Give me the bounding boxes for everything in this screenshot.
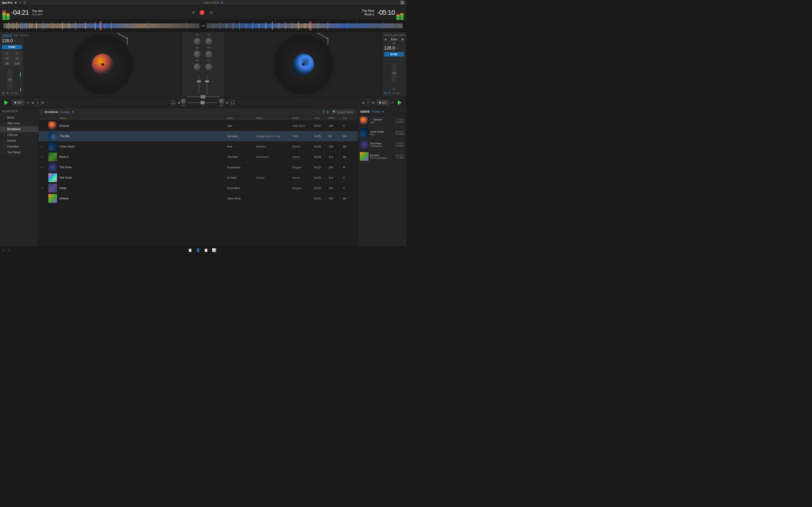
table-row[interactable]: ≡ The Flow Fourtastica Reggae 04:21 149 … — [39, 162, 358, 173]
left-pitch-handle[interactable] — [8, 78, 12, 80]
pad-tab[interactable]: PAD — [13, 34, 19, 37]
knob-eq-low-right[interactable] — [205, 63, 212, 70]
left-nav-prev[interactable]: ◀ — [31, 101, 33, 104]
right-fader-handle[interactable] — [205, 80, 209, 82]
list-icon[interactable]: ☰ — [23, 1, 27, 5]
left-sync-button[interactable]: SYNC — [2, 45, 22, 49]
right-set-button[interactable]: SET — [377, 100, 389, 105]
list-view-icon[interactable]: ☰ — [322, 110, 325, 114]
loop-btn-1-2[interactable]: 1/2 — [12, 56, 22, 61]
sidebar-item-breakbeat[interactable]: ♪ Breakbeat — [0, 126, 39, 132]
knob-eq-mid-left[interactable] — [194, 51, 201, 57]
music-note-icon[interactable]: ♪ — [2, 248, 4, 252]
loop-btn-1-8[interactable]: 1/8 — [2, 61, 12, 66]
pad-tab-right[interactable]: PAD — [394, 34, 399, 36]
knob-eq-high-left[interactable] — [194, 38, 201, 45]
profile-icon[interactable]: 👤 — [196, 248, 200, 252]
record-button[interactable] — [200, 10, 204, 15]
bounce-tab[interactable]: BOUNCE — [2, 34, 13, 37]
right-play-button[interactable] — [396, 99, 404, 107]
left-turntable[interactable] — [75, 37, 131, 92]
left-nav-next[interactable]: ▶ — [42, 101, 44, 104]
col-artist[interactable]: Artist — [227, 117, 256, 119]
table-row[interactable]: ✓ Deep Rock Miles Reggae 03:15 124 C — [39, 183, 358, 193]
queue-item[interactable]: It's time The Fourtastica Gb 03:37 87 BP… — [358, 151, 406, 163]
table-row[interactable]: Groove Joel Indie Rock 02:47 138 C — [39, 121, 358, 131]
right-pitch-slider[interactable] — [392, 63, 397, 83]
center-crossfader[interactable] — [188, 102, 217, 103]
apps-grid-icon[interactable] — [401, 1, 404, 4]
share-icon[interactable]: 📋 — [204, 248, 208, 252]
sidebar-item-chill-out[interactable]: ♪ Chill out — [0, 132, 39, 138]
instant-tab-right[interactable]: INSTANT — [399, 34, 406, 36]
left-headphone-icon[interactable]: 🎧 — [171, 100, 176, 105]
left-waveform[interactable] — [3, 21, 199, 31]
left-key-badge[interactable]: ♩F — [192, 11, 195, 14]
table-row[interactable]: Unique Stacy Rock 03:51 102 Bb — [39, 193, 358, 204]
right-loop-icon[interactable]: ↻ — [389, 92, 391, 95]
right-undo-icon[interactable]: ↺ — [393, 92, 395, 95]
queue-item[interactable]: The Flow Fourtastica B 04:21 149 BPM — [358, 139, 406, 151]
right-bpm-arrow[interactable]: ▼ — [396, 47, 398, 50]
knob-eq-high-right[interactable] — [205, 38, 212, 45]
left-channel-fader[interactable] — [198, 74, 199, 94]
loop-btn-1-16[interactable]: 1/16 — [12, 61, 22, 66]
sidebar-item-top-rated[interactable]: ♪ Top Rated — [0, 150, 39, 155]
knob-eq-mid-right[interactable] — [205, 51, 212, 57]
right-pitch-handle[interactable] — [392, 72, 396, 74]
left-set-button[interactable]: SET — [12, 100, 24, 105]
next-effect-icon[interactable]: ▶ — [402, 38, 404, 41]
sidebar-item-music[interactable]: ♪ Music — [0, 115, 39, 120]
knob-eq-low-left[interactable] — [194, 63, 201, 70]
queue-item[interactable]: ✓ Groove Joel C 02:47 138 BPM — [358, 115, 406, 127]
left-loop-back-icon[interactable]: ↺ — [27, 101, 29, 105]
sidebar-item-detroit[interactable]: ♪ Detroit — [0, 138, 39, 144]
queue-count[interactable]: 4 Songs — [371, 110, 380, 113]
menu-icon[interactable]: ≡ — [19, 1, 21, 5]
sidebar-item-after-hour[interactable]: ♪ After-hour — [0, 120, 39, 126]
right-headphone-icon[interactable]: 🎧 — [230, 100, 235, 105]
queue-icon[interactable]: 📋 — [188, 248, 192, 252]
col-bpm[interactable]: BPM — [329, 117, 343, 119]
right-key-badge[interactable]: ♩C — [209, 11, 213, 14]
loop-btn-2[interactable]: 2 — [2, 51, 12, 56]
right-sync-button[interactable]: SYNC — [384, 52, 404, 56]
sidebar-item-favorites[interactable]: ♪ Favorites — [0, 144, 39, 150]
right-nav-prev[interactable]: ◀ — [362, 101, 364, 104]
table-row[interactable]: ≡ I love music Moe Idealism Electro 04:1… — [39, 142, 358, 152]
bpm-down-arrow[interactable]: ▼ — [14, 40, 16, 42]
col-album[interactable]: Album — [256, 117, 292, 119]
center-vol-next[interactable]: ▶ — [226, 101, 229, 104]
col-key[interactable]: Key — [343, 117, 355, 119]
grid-view-icon[interactable]: ⊞ — [326, 110, 329, 114]
left-loop-num[interactable]: 4 — [34, 99, 41, 106]
search-box[interactable]: 🔍 Search Music — [331, 110, 355, 114]
crossfader-handle[interactable] — [201, 95, 205, 99]
loop-btn-1-4[interactable]: 1/4 — [2, 56, 12, 61]
waveform-center-icon[interactable]: ⇔ — [199, 23, 207, 28]
center-cf-handle[interactable] — [201, 101, 204, 104]
col-genre[interactable]: Genre — [292, 117, 314, 119]
center-vol-down[interactable]: ◀ — [177, 101, 180, 104]
left-loop-icon[interactable]: ↻ — [6, 92, 9, 95]
col-time[interactable]: Time — [314, 117, 329, 119]
song-count[interactable]: 9 Songs — [60, 111, 69, 113]
right-fx-button[interactable]: FX — [384, 92, 387, 95]
right-waveform[interactable] — [207, 21, 403, 31]
left-fader-handle[interactable] — [197, 80, 201, 82]
prev-effect-icon[interactable]: ◀ — [384, 38, 386, 41]
table-row[interactable]: Star Dust DJ Starr Classic Dance 04:25 1… — [39, 173, 358, 183]
center-volume-knob[interactable] — [181, 99, 186, 104]
right-nav-next[interactable]: ▶ — [373, 101, 375, 104]
table-row[interactable]: The Mix Jermaine Dangerously In Love R&B… — [39, 131, 358, 142]
dropdown-arrow-icon[interactable]: ▼ — [71, 111, 74, 113]
left-undo-icon[interactable]: ↺ — [10, 92, 13, 95]
stats-icon[interactable]: 📊 — [212, 248, 216, 252]
manual-tab-right[interactable]: MANUAL — [384, 34, 393, 36]
menu-dots-icon[interactable]: ⋯ — [317, 110, 320, 114]
queue-dropdown-icon[interactable]: ▼ — [382, 110, 384, 113]
playlist-icon[interactable]: ≡ — [8, 248, 10, 252]
record-icon[interactable]: ⏺ — [14, 1, 17, 4]
right-loop-back-icon[interactable]: ↺ — [391, 101, 394, 105]
left-fx-button[interactable]: FX — [2, 92, 5, 95]
